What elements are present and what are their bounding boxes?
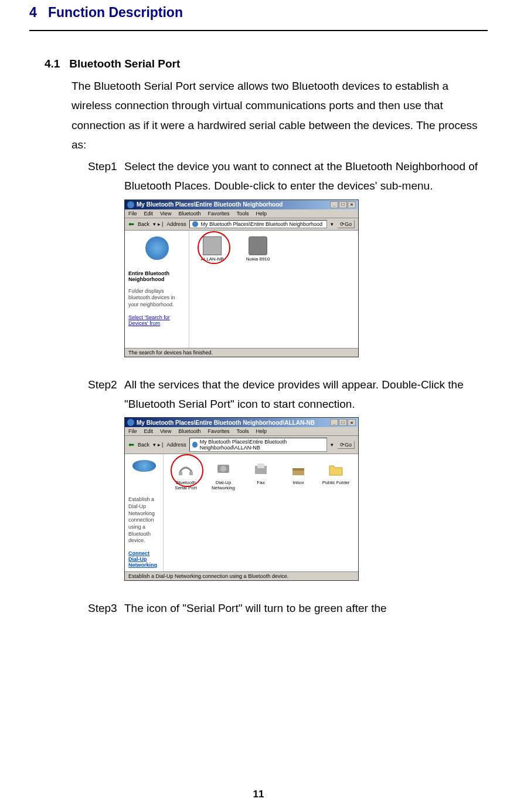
- service-label: Inbox: [292, 480, 304, 485]
- svg-rect-1: [189, 472, 193, 475]
- window2-title: My Bluetooth Places\Entire Bluetooth Nei…: [137, 419, 315, 426]
- page-number: 11: [0, 789, 517, 800]
- inbox-icon: [289, 460, 308, 479]
- menu-bluetooth[interactable]: Bluetooth: [178, 211, 200, 216]
- folder-icon: [326, 460, 345, 479]
- menu-help[interactable]: Help: [256, 428, 267, 434]
- laptop-icon: [203, 236, 222, 255]
- window1-menubar: File Edit View Bluetooth Favorites Tools…: [125, 209, 358, 218]
- bluetooth-icon: [127, 419, 134, 426]
- bluetooth-large-icon: [132, 460, 156, 472]
- sidebar-link[interactable]: Select 'Search for Devices' from: [128, 314, 185, 326]
- menu-file[interactable]: File: [128, 428, 137, 434]
- bluetooth-icon: [127, 201, 134, 208]
- device-nokia[interactable]: Nokia 8910: [241, 236, 275, 262]
- step2-block: Step2 All the services that the device p…: [88, 375, 488, 414]
- window2-sidebar: Establish a Dial-Up Networking connectio…: [125, 454, 164, 571]
- step3-label: Step3: [88, 598, 124, 618]
- go-button[interactable]: ⟳Go: [337, 220, 355, 228]
- section-number: 4.1: [45, 57, 60, 70]
- close-button[interactable]: ×: [348, 419, 356, 426]
- device-label: ALLAN-NB: [200, 256, 223, 262]
- chapter-title: Function Description: [48, 5, 183, 20]
- menu-tools[interactable]: Tools: [236, 428, 249, 434]
- address-bar[interactable]: My Bluetooth Places\Entire Bluetooth Nei…: [189, 220, 327, 228]
- service-label: Bluetooth Serial Port: [169, 480, 202, 490]
- step1-text: Select the device you want to connect at…: [124, 157, 488, 196]
- service-inbox[interactable]: Inbox: [282, 460, 315, 485]
- window1-main: ALLAN-NB Nokia 8910: [189, 231, 358, 348]
- svg-rect-5: [257, 463, 264, 468]
- step3-block: Step3 The icon of "Serial Port" will tur…: [88, 598, 488, 618]
- menu-file[interactable]: File: [128, 211, 137, 216]
- menu-view[interactable]: View: [160, 211, 171, 216]
- menu-edit[interactable]: Edit: [144, 428, 154, 434]
- menu-edit[interactable]: Edit: [144, 211, 154, 216]
- dialup-icon: [214, 460, 233, 479]
- menu-bluetooth[interactable]: Bluetooth: [178, 428, 200, 434]
- svg-point-3: [220, 466, 226, 472]
- window2-titlebar: My Bluetooth Places\Entire Bluetooth Nei…: [125, 418, 358, 427]
- menu-help[interactable]: Help: [256, 211, 267, 216]
- window1-titlebar: My Bluetooth Places\Entire Bluetooth Nei…: [125, 200, 358, 209]
- close-button[interactable]: ×: [348, 201, 356, 208]
- address-label: Address: [166, 221, 186, 227]
- window2-statusbar: Establish a Dial-Up Networking connectio…: [125, 571, 358, 580]
- screenshot-1: My Bluetooth Places\Entire Bluetooth Nei…: [124, 199, 488, 357]
- svg-rect-7: [292, 468, 304, 471]
- window2-main: Bluetooth Serial Port Dial-Up Networking…: [164, 454, 358, 571]
- minimize-button[interactable]: _: [330, 419, 338, 426]
- step3-text: The icon of "Serial Port" will turn to b…: [124, 598, 488, 618]
- menu-favorites[interactable]: Favorites: [208, 211, 229, 216]
- service-dialup[interactable]: Dial-Up Networking: [207, 460, 240, 490]
- service-label: Dial-Up Networking: [207, 480, 240, 490]
- step1-block: Step1 Select the device you want to conn…: [88, 157, 488, 196]
- maximize-button[interactable]: □: [339, 201, 347, 208]
- section-heading: 4.1 Bluetooth Serial Port: [45, 57, 488, 70]
- section-title: Bluetooth Serial Port: [69, 57, 180, 70]
- back-button[interactable]: Back: [138, 442, 149, 448]
- sidebar-desc: Folder displays bluetooth devices in you…: [128, 288, 185, 309]
- menu-tools[interactable]: Tools: [236, 211, 249, 216]
- phone-icon: [249, 236, 267, 255]
- chapter-heading: 4 Function Description: [29, 0, 488, 31]
- service-public-folder[interactable]: Public Folder: [319, 460, 352, 485]
- minimize-button[interactable]: _: [330, 201, 338, 208]
- step2-text: All the services that the device provide…: [124, 375, 488, 414]
- sidebar-link[interactable]: Connect Dial-Up Networking: [128, 550, 159, 568]
- step1-label: Step1: [88, 157, 124, 196]
- service-label: Fax: [257, 480, 264, 485]
- window2-toolbar: ⬅ Back ▾ ▸ | Address My Bluetooth Places…: [125, 436, 358, 454]
- device-label: Nokia 8910: [246, 256, 270, 262]
- bluetooth-large-icon: [145, 236, 169, 260]
- serial-port-icon: [176, 460, 195, 479]
- chapter-number: 4: [29, 5, 37, 20]
- window1-sidebar: Entire Bluetooth Neighborhood Folder dis…: [125, 231, 189, 348]
- step2-label: Step2: [88, 375, 124, 414]
- address-value: My Bluetooth Places\Entire Bluetooth Nei…: [200, 439, 324, 451]
- back-arrow-icon[interactable]: ⬅: [128, 441, 134, 449]
- back-button[interactable]: Back: [138, 221, 149, 227]
- service-bluetooth-serial-port[interactable]: Bluetooth Serial Port: [169, 460, 202, 490]
- device-allan-nb[interactable]: ALLAN-NB: [195, 236, 229, 262]
- sidebar-desc: Establish a Dial-Up Networking connectio…: [128, 496, 159, 544]
- menu-favorites[interactable]: Favorites: [208, 428, 229, 434]
- address-value: My Bluetooth Places\Entire Bluetooth Nei…: [200, 221, 322, 227]
- fax-icon: [251, 460, 270, 479]
- service-fax[interactable]: Fax: [244, 460, 277, 485]
- address-bar[interactable]: My Bluetooth Places\Entire Bluetooth Nei…: [189, 438, 327, 452]
- bluetooth-icon: [192, 442, 197, 448]
- menu-view[interactable]: View: [160, 428, 171, 434]
- maximize-button[interactable]: □: [339, 419, 347, 426]
- bluetooth-icon: [192, 221, 198, 227]
- go-button[interactable]: ⟳Go: [337, 441, 355, 449]
- intro-paragraph: The Bluetooth Serial Port service allows…: [72, 76, 488, 154]
- window2-menubar: File Edit View Bluetooth Favorites Tools…: [125, 427, 358, 436]
- sidebar-title: Entire Bluetooth Neighborhood: [128, 270, 185, 282]
- screenshot-2: My Bluetooth Places\Entire Bluetooth Nei…: [124, 417, 488, 581]
- service-label: Public Folder: [322, 480, 350, 485]
- address-label: Address: [166, 442, 186, 448]
- window1-toolbar: ⬅ Back ▾ ▸ | Address My Bluetooth Places…: [125, 218, 358, 231]
- back-arrow-icon[interactable]: ⬅: [128, 220, 134, 228]
- window1-title: My Bluetooth Places\Entire Bluetooth Nei…: [137, 201, 283, 208]
